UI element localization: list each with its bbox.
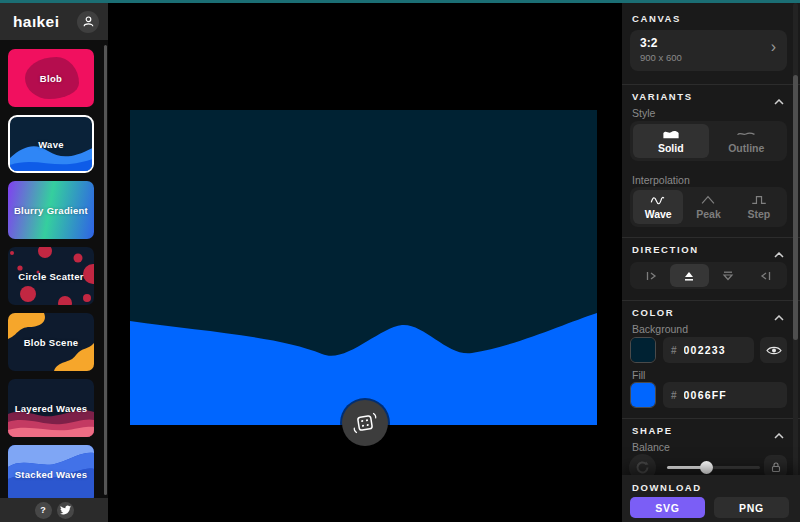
style-outline-button[interactable]: Outline bbox=[709, 124, 785, 158]
color-collapse-toggle[interactable] bbox=[774, 307, 784, 325]
interpolation-peak-button[interactable]: Peak bbox=[683, 190, 733, 224]
direction-left-icon bbox=[759, 269, 773, 283]
interpolation-step-button[interactable]: Step bbox=[734, 190, 784, 224]
background-hex-input[interactable] bbox=[684, 344, 746, 356]
style-label: Style bbox=[632, 107, 655, 119]
download-png-button[interactable]: PNG bbox=[714, 497, 789, 518]
dice-icon bbox=[352, 410, 378, 436]
direction-up-button[interactable] bbox=[670, 264, 708, 287]
solid-style-icon bbox=[661, 128, 681, 139]
direction-right-icon bbox=[644, 269, 658, 283]
sidebar-item-layered-waves[interactable]: Layered Waves bbox=[8, 379, 94, 437]
help-button[interactable]: ? bbox=[35, 502, 52, 519]
peak-interpolation-icon bbox=[699, 194, 717, 205]
balance-slider[interactable] bbox=[667, 466, 760, 469]
fill-hex-field[interactable]: # bbox=[663, 382, 787, 408]
twitter-button[interactable] bbox=[57, 502, 74, 519]
direction-collapse-toggle[interactable] bbox=[774, 244, 784, 262]
sidebar-item-blurry-gradient[interactable]: Blurry Gradient bbox=[8, 181, 94, 239]
sidebar-item-blob[interactable]: Blob bbox=[8, 49, 94, 107]
shape-section-title: SHAPE bbox=[632, 425, 673, 436]
canvas-size-card[interactable]: 3:2 900 x 600 › bbox=[630, 30, 787, 71]
settings-panel: CANVAS 3:2 900 x 600 › VARIANTS Style So… bbox=[622, 3, 800, 522]
app-logo: haıkei bbox=[13, 13, 59, 31]
interpolation-peak-label: Peak bbox=[696, 208, 721, 220]
thumb-label: Wave bbox=[10, 139, 92, 150]
step-interpolation-icon bbox=[750, 194, 768, 205]
canvas-dimensions: 900 x 600 bbox=[640, 52, 777, 63]
canvas-ratio: 3:2 bbox=[640, 36, 777, 50]
color-section-title: COLOR bbox=[632, 307, 674, 318]
direction-down-icon bbox=[721, 269, 735, 283]
chevron-right-icon: › bbox=[771, 39, 776, 55]
thumb-label: Blob Scene bbox=[8, 337, 94, 348]
thumb-label: Stacked Waves bbox=[8, 469, 94, 480]
thumb-label: Blob bbox=[8, 73, 94, 84]
background-swatch-fill bbox=[631, 338, 655, 362]
randomize-button[interactable] bbox=[342, 400, 388, 446]
sidebar-item-blob-scene[interactable]: Blob Scene bbox=[8, 313, 94, 371]
sidebar-item-circle-scatter[interactable]: Circle Scatter bbox=[8, 247, 94, 305]
hash-prefix: # bbox=[671, 345, 677, 356]
variants-section-title: VARIANTS bbox=[632, 91, 693, 102]
direction-right-button[interactable] bbox=[632, 264, 670, 287]
user-account-button[interactable] bbox=[77, 11, 99, 33]
chevron-up-icon bbox=[774, 99, 784, 105]
style-outline-label: Outline bbox=[728, 142, 764, 154]
balance-label: Balance bbox=[632, 441, 670, 453]
background-hex-field[interactable]: # bbox=[663, 337, 754, 363]
top-accent-line bbox=[0, 0, 800, 3]
thumb-label: Layered Waves bbox=[8, 403, 94, 414]
haikei-app: haıkei Blob Wave Blurry G bbox=[0, 0, 800, 522]
eye-icon bbox=[766, 345, 782, 356]
download-svg-button[interactable]: SVG bbox=[630, 497, 705, 518]
interpolation-wave-button[interactable]: Wave bbox=[633, 190, 683, 224]
shape-collapse-toggle[interactable] bbox=[774, 425, 784, 443]
wave-interpolation-icon bbox=[649, 194, 667, 205]
reset-icon bbox=[635, 460, 650, 475]
section-divider bbox=[622, 300, 800, 301]
fill-color-label: Fill bbox=[632, 369, 645, 381]
fill-hex-input[interactable] bbox=[684, 389, 779, 401]
section-divider bbox=[622, 237, 800, 238]
sidebar-header: haıkei bbox=[0, 3, 108, 40]
fill-color-swatch[interactable] bbox=[630, 382, 656, 408]
background-visibility-button[interactable] bbox=[760, 337, 787, 363]
sidebar-footer: ? bbox=[0, 498, 108, 522]
download-bar: DOWNLOAD SVG PNG bbox=[622, 475, 800, 522]
user-icon bbox=[82, 15, 95, 28]
interpolation-control: Wave Peak Step bbox=[630, 187, 787, 227]
sidebar-item-wave[interactable]: Wave bbox=[8, 115, 94, 173]
chevron-up-icon bbox=[774, 252, 784, 258]
canvas-stage bbox=[108, 3, 622, 522]
direction-left-button[interactable] bbox=[747, 264, 785, 287]
chevron-up-icon bbox=[774, 315, 784, 321]
style-solid-button[interactable]: Solid bbox=[633, 124, 709, 158]
thumb-label: Blurry Gradient bbox=[8, 205, 94, 216]
twitter-icon bbox=[60, 505, 71, 515]
sidebar-scrollbar[interactable] bbox=[104, 45, 107, 495]
style-solid-label: Solid bbox=[658, 142, 684, 154]
generator-thumbnail-list: Blob Wave Blurry Gradient bbox=[8, 49, 98, 501]
direction-section-title: DIRECTION bbox=[632, 244, 699, 255]
interpolation-step-label: Step bbox=[747, 208, 770, 220]
panel-scrollbar-thumb[interactable] bbox=[793, 75, 798, 340]
generator-sidebar: haıkei Blob Wave Blurry G bbox=[0, 3, 108, 522]
variants-collapse-toggle[interactable] bbox=[774, 91, 784, 109]
fill-swatch-fill bbox=[631, 383, 655, 407]
section-divider bbox=[622, 84, 800, 85]
chevron-up-icon bbox=[774, 433, 784, 439]
section-divider bbox=[622, 418, 800, 419]
balance-slider-thumb[interactable] bbox=[700, 461, 713, 474]
wave-preview-canvas bbox=[130, 110, 597, 425]
sidebar-item-stacked-waves[interactable]: Stacked Waves bbox=[8, 445, 94, 501]
thumb-label: Circle Scatter bbox=[8, 271, 94, 282]
canvas-section-title: CANVAS bbox=[632, 13, 681, 24]
interpolation-label: Interpolation bbox=[632, 174, 690, 186]
direction-down-button[interactable] bbox=[709, 264, 747, 287]
hash-prefix: # bbox=[671, 390, 677, 401]
background-color-swatch[interactable] bbox=[630, 337, 656, 363]
outline-style-icon bbox=[735, 128, 757, 139]
question-icon: ? bbox=[40, 505, 46, 515]
style-control: Solid Outline bbox=[630, 121, 787, 161]
